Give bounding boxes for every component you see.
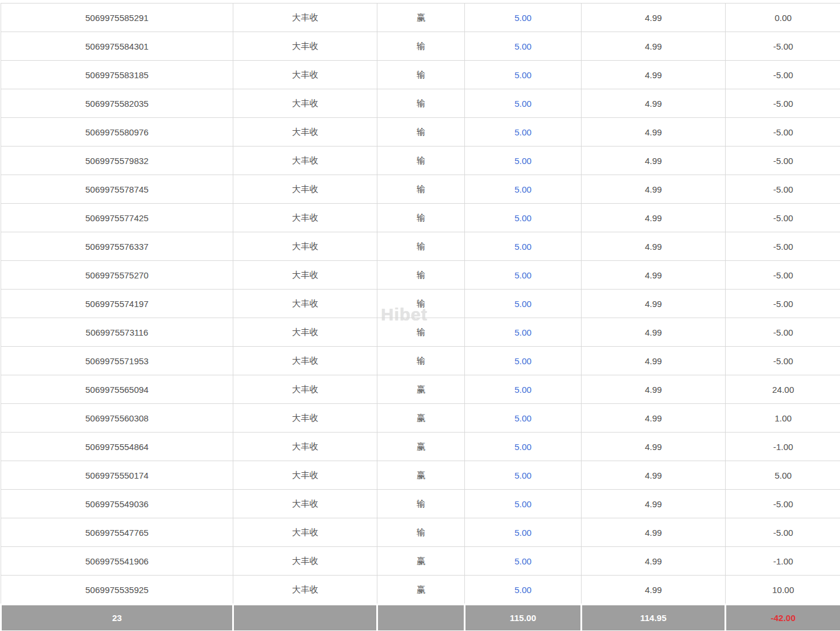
profit-cell: 0.00	[726, 4, 840, 32]
bet-amount-link[interactable]: 5.00	[514, 556, 531, 566]
bet-amount-cell: 5.00	[465, 347, 582, 375]
profit-cell: -5.00	[726, 175, 840, 204]
bet-amount-link[interactable]: 5.00	[514, 356, 531, 366]
game-name-cell: 大丰收	[233, 89, 377, 118]
profit-cell: -5.00	[726, 118, 840, 147]
valid-amount-cell: 4.99	[582, 576, 726, 605]
game-name-cell: 大丰收	[233, 4, 377, 32]
table-row: 5069975535925 大丰收 赢 5.00 4.99 10.00	[1, 576, 840, 605]
bet-amount-link[interactable]: 5.00	[514, 385, 531, 395]
result-cell: 赢	[377, 576, 465, 605]
bet-amount-cell: 5.00	[465, 89, 582, 118]
bet-amount-link[interactable]: 5.00	[514, 242, 531, 252]
result-cell: 赢	[377, 375, 465, 404]
game-name-cell: 大丰收	[233, 576, 377, 605]
result-cell: 赢	[377, 547, 465, 576]
valid-amount-cell: 4.99	[582, 461, 726, 490]
game-name-cell: 大丰收	[233, 61, 377, 89]
order-id-cell: 5069975584301	[1, 32, 233, 61]
result-cell: 输	[377, 318, 465, 347]
count-total-cell: 23	[1, 605, 233, 631]
bet-amount-link[interactable]: 5.00	[514, 70, 531, 80]
game-name-cell: 大丰收	[233, 261, 377, 290]
profit-cell: -5.00	[726, 232, 840, 261]
order-id-cell: 5069975549036	[1, 490, 233, 518]
game-empty-cell	[233, 605, 377, 631]
order-id-cell: 5069975541906	[1, 547, 233, 576]
valid-amount-cell: 4.99	[582, 518, 726, 547]
bet-amount-link[interactable]: 5.00	[514, 585, 531, 595]
bet-amount-link[interactable]: 5.00	[514, 442, 531, 452]
bet-amount-link[interactable]: 5.00	[514, 41, 531, 51]
bet-amount-cell: 5.00	[465, 232, 582, 261]
bet-amount-link[interactable]: 5.00	[514, 470, 531, 480]
result-cell: 输	[377, 32, 465, 61]
profit-cell: -1.00	[726, 547, 840, 576]
order-id-cell: 5069975582035	[1, 89, 233, 118]
order-id-cell: 5069975578745	[1, 175, 233, 204]
profit-total-cell: -42.00	[726, 605, 840, 631]
bet-amount-link[interactable]: 5.00	[514, 156, 531, 166]
bet-total-cell: 115.00	[465, 605, 582, 631]
bet-amount-link[interactable]: 5.00	[514, 413, 531, 423]
bet-records-table: 5069975585291 大丰收 赢 5.00 4.99 0.00 50699…	[0, 3, 840, 631]
order-id-cell: 5069975565094	[1, 375, 233, 404]
bet-amount-cell: 5.00	[465, 576, 582, 605]
table-row: 5069975565094 大丰收 赢 5.00 4.99 24.00	[1, 375, 840, 404]
bet-amount-cell: 5.00	[465, 261, 582, 290]
table-row: 5069975579832 大丰收 输 5.00 4.99 -5.00	[1, 147, 840, 175]
valid-amount-cell: 4.99	[582, 490, 726, 518]
profit-cell: -5.00	[726, 89, 840, 118]
game-name-cell: 大丰收	[233, 433, 377, 461]
bet-amount-cell: 5.00	[465, 433, 582, 461]
result-cell: 赢	[377, 404, 465, 433]
bet-amount-cell: 5.00	[465, 4, 582, 32]
table-row: 5069975576337 大丰收 输 5.00 4.99 -5.00	[1, 232, 840, 261]
result-cell: 输	[377, 118, 465, 147]
valid-amount-cell: 4.99	[582, 32, 726, 61]
order-id-cell: 5069975573116	[1, 318, 233, 347]
result-cell: 输	[377, 518, 465, 547]
bet-amount-cell: 5.00	[465, 404, 582, 433]
bet-amount-link[interactable]: 5.00	[514, 184, 531, 194]
bet-amount-cell: 5.00	[465, 118, 582, 147]
order-id-cell: 5069975577425	[1, 204, 233, 232]
table-row: 5069975550174 大丰收 赢 5.00 4.99 5.00	[1, 461, 840, 490]
bet-amount-link[interactable]: 5.00	[514, 270, 531, 280]
order-id-cell: 5069975576337	[1, 232, 233, 261]
result-cell: 输	[377, 290, 465, 318]
bet-amount-link[interactable]: 5.00	[514, 127, 531, 137]
game-name-cell: 大丰收	[233, 461, 377, 490]
game-name-cell: 大丰收	[233, 518, 377, 547]
bet-amount-cell: 5.00	[465, 61, 582, 89]
order-id-cell: 5069975550174	[1, 461, 233, 490]
valid-amount-cell: 4.99	[582, 147, 726, 175]
table-row: 5069975584301 大丰收 输 5.00 4.99 -5.00	[1, 32, 840, 61]
result-cell: 输	[377, 204, 465, 232]
profit-cell: -5.00	[726, 290, 840, 318]
bet-amount-link[interactable]: 5.00	[514, 13, 531, 23]
valid-amount-cell: 4.99	[582, 232, 726, 261]
bet-amount-link[interactable]: 5.00	[514, 299, 531, 309]
bet-amount-cell: 5.00	[465, 375, 582, 404]
table-row: 5069975547765 大丰收 输 5.00 4.99 -5.00	[1, 518, 840, 547]
table-row: 5069975571953 大丰收 输 5.00 4.99 -5.00	[1, 347, 840, 375]
game-name-cell: 大丰收	[233, 204, 377, 232]
bet-amount-link[interactable]: 5.00	[514, 528, 531, 538]
game-name-cell: 大丰收	[233, 347, 377, 375]
profit-cell: -5.00	[726, 318, 840, 347]
game-name-cell: 大丰收	[233, 375, 377, 404]
bet-amount-link[interactable]: 5.00	[514, 327, 531, 337]
bet-amount-link[interactable]: 5.00	[514, 99, 531, 109]
table-row: 5069975577425 大丰收 输 5.00 4.99 -5.00	[1, 204, 840, 232]
bet-amount-link[interactable]: 5.00	[514, 213, 531, 223]
result-cell: 赢	[377, 4, 465, 32]
bet-amount-cell: 5.00	[465, 147, 582, 175]
bet-amount-link[interactable]: 5.00	[514, 499, 531, 509]
result-cell: 赢	[377, 433, 465, 461]
result-cell: 赢	[377, 461, 465, 490]
valid-amount-cell: 4.99	[582, 347, 726, 375]
valid-amount-cell: 4.99	[582, 547, 726, 576]
valid-amount-cell: 4.99	[582, 318, 726, 347]
result-cell: 输	[377, 147, 465, 175]
